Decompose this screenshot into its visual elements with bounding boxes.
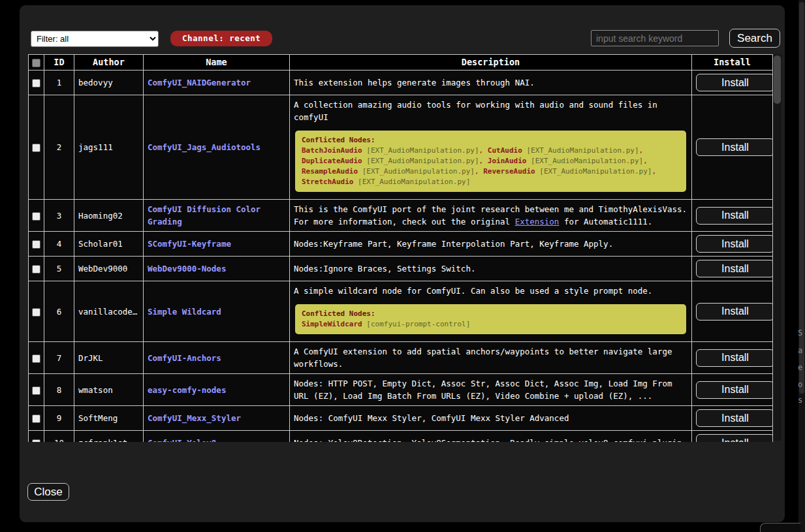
- row-checkbox-cell: [29, 342, 44, 374]
- row-checkbox[interactable]: [32, 415, 40, 423]
- install-button[interactable]: Install: [696, 74, 773, 91]
- node-name-link[interactable]: ComfyUI Yolov8: [148, 438, 216, 442]
- node-name-link[interactable]: WebDev9000-Nodes: [148, 264, 226, 274]
- node-name-link[interactable]: ComfyUI_NAIDGenerator: [148, 78, 251, 87]
- row-checkbox-cell: [29, 200, 44, 232]
- row-description-cell: This is the ComfyUI port of the joint re…: [290, 200, 692, 232]
- table-row: 3 Haoming02 ComfyUI Diffusion Color Grad…: [29, 200, 773, 232]
- install-button[interactable]: Install: [696, 381, 773, 399]
- search-input[interactable]: [591, 30, 719, 46]
- row-description: Nodes:Ignore Braces, Settings Switch.: [294, 262, 687, 275]
- row-checkbox[interactable]: [32, 386, 40, 395]
- table-row: 1 bedovyy ComfyUI_NAIDGenerator This ext…: [29, 70, 773, 95]
- node-name-link[interactable]: easy-comfy-nodes: [148, 385, 226, 395]
- table-scrollbar-thumb[interactable]: [774, 55, 781, 104]
- clipped-dialog-corner: [760, 523, 800, 532]
- row-checkbox[interactable]: [32, 439, 40, 442]
- search-button[interactable]: Search: [729, 29, 780, 48]
- row-description-cell: This extension helps generate images thr…: [290, 70, 692, 95]
- clipped-menu-text: e: [798, 363, 802, 372]
- row-install-cell: Install: [692, 200, 773, 232]
- row-description-cell: Nodes: HTTP POST, Empty Dict, Assoc Str,…: [290, 374, 692, 406]
- row-author: DrJKL: [74, 342, 144, 374]
- row-install-cell: Install: [692, 257, 773, 281]
- install-button[interactable]: Install: [696, 409, 773, 427]
- row-checkbox[interactable]: [32, 240, 40, 249]
- row-description: A simple wildcard node for ComfyUI. Can …: [294, 285, 687, 297]
- header-install: Install: [692, 55, 773, 70]
- row-install-cell: Install: [692, 431, 773, 443]
- row-id: 5: [44, 257, 74, 281]
- node-name-link[interactable]: ComfyUI Diffusion Color Grading: [148, 204, 260, 227]
- install-button[interactable]: Install: [696, 303, 773, 321]
- row-description-cell: Nodes:Keyframe Part, Keyframe Interpolat…: [290, 232, 692, 257]
- row-description-cell: Nodes: Yolov8Detection, Yolov8Segmentati…: [290, 431, 692, 443]
- row-description: This extension helps generate images thr…: [294, 76, 687, 89]
- row-checkbox[interactable]: [32, 354, 40, 363]
- row-install-cell: Install: [692, 70, 773, 95]
- row-id: 1: [44, 70, 74, 95]
- install-button[interactable]: Install: [696, 260, 773, 277]
- node-name-link[interactable]: Simple Wildcard: [148, 307, 221, 317]
- row-checkbox[interactable]: [32, 79, 40, 87]
- row-checkbox[interactable]: [32, 212, 40, 221]
- row-name-cell: ComfyUI Yolov8: [144, 431, 290, 443]
- row-author: Scholar01: [74, 232, 144, 257]
- close-button[interactable]: Close: [27, 483, 69, 501]
- row-name-cell: ComfyUI-Anchors: [144, 342, 290, 374]
- node-name-link[interactable]: SComfyUI-Keyframe: [148, 239, 231, 249]
- page-scrollbar[interactable]: [798, 0, 805, 532]
- table-row: 2 jags111 ComfyUI_Jags_Audiotools A coll…: [29, 95, 773, 200]
- row-description: This is the ComfyUI port of the joint re…: [294, 203, 687, 228]
- description-link[interactable]: Extension: [515, 217, 560, 227]
- table-row: 6 vanillacode… Simple Wildcard A simple …: [29, 281, 773, 342]
- row-checkbox-cell: [29, 431, 44, 443]
- custom-nodes-dialog: Filter: all Channel: recent Search ID Au…: [20, 5, 785, 522]
- row-author: bedovyy: [74, 70, 144, 95]
- clipped-menu-text: S: [798, 328, 802, 337]
- row-description-cell: A simple wildcard node for ComfyUI. Can …: [290, 281, 692, 342]
- row-install-cell: Install: [692, 342, 773, 374]
- table-scrollbar[interactable]: [773, 54, 781, 441]
- row-install-cell: Install: [692, 374, 773, 406]
- header-name: Name: [144, 55, 290, 70]
- row-name-cell: easy-comfy-nodes: [144, 374, 290, 406]
- row-description-cell: Nodes:Ignore Braces, Settings Switch.: [290, 257, 692, 281]
- row-checkbox[interactable]: [32, 144, 40, 152]
- table-row: 7 DrJKL ComfyUI-Anchors A ComfyUI extens…: [29, 342, 773, 374]
- row-checkbox[interactable]: [32, 308, 40, 317]
- install-button[interactable]: Install: [696, 207, 773, 225]
- install-button[interactable]: Install: [696, 235, 773, 253]
- row-id: 6: [44, 281, 74, 342]
- row-checkbox-cell: [29, 257, 44, 281]
- conflicted-nodes-box: Conflicted Nodes:SimpleWildcard [comfyui…: [295, 304, 686, 334]
- table-row: 9 SoftMeng ComfyUI_Mexx_Styler Nodes: Co…: [29, 406, 773, 431]
- row-checkbox-cell: [29, 281, 44, 342]
- install-button[interactable]: Install: [696, 138, 773, 156]
- node-name-link[interactable]: ComfyUI_Mexx_Styler: [148, 413, 241, 423]
- row-name-cell: WebDev9000-Nodes: [144, 257, 290, 281]
- install-button[interactable]: Install: [696, 349, 773, 367]
- select-all-checkbox[interactable]: [32, 59, 40, 67]
- row-checkbox-cell: [29, 95, 44, 200]
- row-install-cell: Install: [692, 232, 773, 257]
- row-id: 3: [44, 200, 74, 232]
- install-button[interactable]: Install: [696, 434, 773, 442]
- filter-select[interactable]: Filter: all: [31, 31, 159, 47]
- row-checkbox[interactable]: [32, 265, 40, 274]
- node-name-link[interactable]: ComfyUI_Jags_Audiotools: [148, 142, 260, 152]
- node-name-link[interactable]: ComfyUI-Anchors: [148, 353, 221, 363]
- table-body: 1 bedovyy ComfyUI_NAIDGenerator This ext…: [29, 70, 773, 443]
- row-name-cell: ComfyUI_NAIDGenerator: [144, 70, 290, 95]
- header-id: ID: [44, 55, 74, 70]
- row-id: 7: [44, 342, 74, 374]
- row-checkbox-cell: [29, 406, 44, 431]
- row-checkbox-cell: [29, 374, 44, 406]
- row-description-cell: Nodes: ComfyUI Mexx Styler, ComfyUI Mexx…: [290, 406, 692, 431]
- header-author: Author: [74, 55, 144, 70]
- row-name-cell: ComfyUI Diffusion Color Grading: [144, 200, 290, 232]
- row-author: wmatson: [74, 374, 144, 406]
- row-install-cell: Install: [692, 95, 773, 200]
- row-description-cell: A collection amazing audio tools for wor…: [290, 95, 692, 200]
- header-checkbox-cell: [29, 55, 44, 70]
